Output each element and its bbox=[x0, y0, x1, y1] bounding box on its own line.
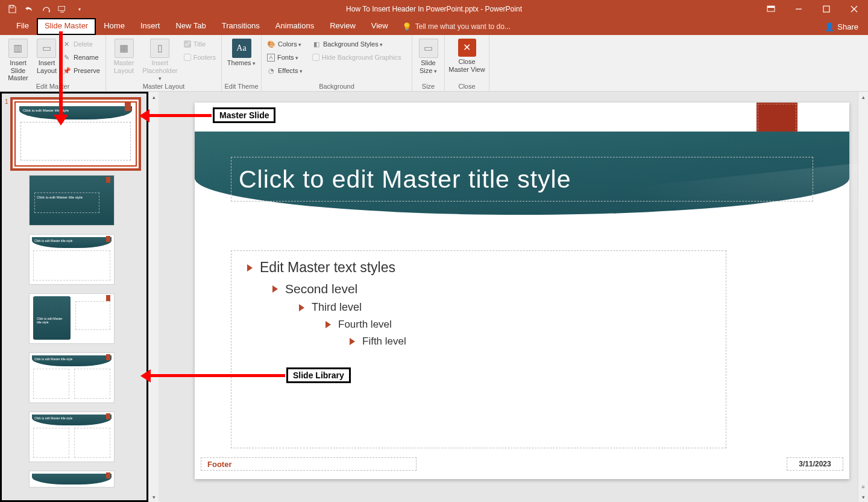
slide-editor: ‹#› Click to edit Master title style Edi… bbox=[159, 92, 868, 502]
effects-icon: ◔ bbox=[267, 66, 275, 75]
delete-icon: ✕ bbox=[63, 40, 71, 48]
layout-thumbnail[interactable]: Click to edit Master title style bbox=[30, 294, 114, 343]
close-master-view-button[interactable]: ✕ Close Master View bbox=[448, 37, 485, 73]
insert-placeholder-label: Insert Placeholder bbox=[140, 59, 180, 82]
tab-view[interactable]: View bbox=[363, 18, 396, 35]
insert-layout-label: Insert Layout bbox=[35, 59, 58, 74]
fonts-icon: A bbox=[267, 54, 275, 62]
close-master-label: Close Master View bbox=[448, 58, 485, 73]
ribbon-tabs: File Slide Master Home Insert New Tab Tr… bbox=[0, 18, 868, 35]
start-from-beginning-icon[interactable] bbox=[58, 4, 68, 14]
master-slide-thumbnail[interactable]: 1 Click to edit Master title style bbox=[10, 97, 141, 171]
effects-label: Effects bbox=[278, 67, 303, 74]
ribbon-display-options-icon[interactable] bbox=[757, 0, 785, 18]
insert-layout-button[interactable]: ▭ Insert Layout bbox=[35, 37, 58, 74]
tab-transitions[interactable]: Transitions bbox=[214, 18, 268, 35]
annotation-arrow-library bbox=[150, 374, 285, 377]
close-window-button[interactable] bbox=[840, 0, 868, 18]
preserve-icon: 📌 bbox=[63, 66, 71, 75]
colors-button[interactable]: 🎨Colors bbox=[265, 38, 304, 50]
layout-thumb-title: Click to edit Master title style bbox=[34, 416, 72, 420]
master-layout-button: ▦ Master Layout bbox=[110, 37, 138, 74]
scroll-down-icon[interactable]: ▾ bbox=[858, 492, 868, 502]
close-master-icon: ✕ bbox=[458, 39, 476, 57]
layout-thumbnail[interactable]: Click to edit Master title style bbox=[30, 353, 114, 402]
tab-insert[interactable]: Insert bbox=[133, 18, 168, 35]
preserve-label: Preserve bbox=[74, 67, 100, 74]
window-title: How To Insert Header In PowerPoint.pptx … bbox=[346, 5, 522, 13]
share-label: Share bbox=[837, 22, 858, 31]
tab-review[interactable]: Review bbox=[322, 18, 363, 35]
maximize-button[interactable] bbox=[813, 0, 840, 18]
body-placeholder[interactable]: Edit Master text styles Second level Thi… bbox=[231, 250, 726, 448]
group-background: Background bbox=[262, 82, 412, 91]
master-layout-label: Master Layout bbox=[110, 59, 138, 74]
scroll-down-icon[interactable]: ▾ bbox=[149, 492, 159, 502]
title-checkbox: Title bbox=[182, 38, 218, 50]
fonts-label: Fonts bbox=[277, 54, 298, 61]
tab-slide-master[interactable]: Slide Master bbox=[37, 18, 96, 35]
footers-chk-label: Footers bbox=[193, 54, 216, 61]
annotation-arrow-master bbox=[149, 114, 212, 117]
tab-file[interactable]: File bbox=[8, 18, 37, 35]
tab-home[interactable]: Home bbox=[96, 18, 133, 35]
level2-text: Second level bbox=[285, 282, 357, 296]
layout-thumb-title: Click to edit Master title style bbox=[34, 357, 72, 361]
insert-placeholder-button: ▯ Insert Placeholder bbox=[140, 37, 180, 82]
group-size: Size bbox=[412, 82, 444, 91]
tab-animations[interactable]: Animations bbox=[268, 18, 322, 35]
svg-rect-0 bbox=[10, 5, 13, 8]
svg-rect-5 bbox=[823, 6, 829, 12]
effects-button[interactable]: ◔Effects bbox=[265, 65, 304, 77]
layout-thumbnail[interactable]: Click to edit Master title style bbox=[30, 235, 114, 284]
background-styles-button[interactable]: ◧Background Styles bbox=[310, 38, 403, 50]
redo-icon[interactable] bbox=[41, 4, 51, 14]
title-placeholder-text: Click to edit Master title style bbox=[239, 165, 571, 194]
bg-styles-label: Background Styles bbox=[323, 40, 383, 48]
rename-label: Rename bbox=[74, 54, 99, 61]
undo-icon[interactable] bbox=[24, 4, 34, 14]
fonts-button[interactable]: AFonts bbox=[265, 51, 304, 63]
slide-size-label: Slide Size bbox=[416, 59, 441, 74]
scroll-up-icon[interactable]: ▴ bbox=[149, 92, 159, 102]
bg-styles-icon: ◧ bbox=[312, 40, 321, 48]
colors-icon: 🎨 bbox=[267, 40, 275, 48]
bullet-icon bbox=[272, 285, 278, 293]
level5-text: Fifth level bbox=[362, 335, 406, 348]
quick-access-toolbar: ▾ bbox=[0, 4, 84, 14]
colors-label: Colors bbox=[278, 40, 301, 48]
layout-thumb-title: Click to edit Master title style bbox=[37, 195, 83, 200]
master-slide-canvas[interactable]: ‹#› Click to edit Master title style Edi… bbox=[195, 103, 849, 479]
title-placeholder[interactable]: Click to edit Master title style bbox=[231, 157, 813, 202]
save-icon[interactable] bbox=[7, 4, 17, 14]
preserve-button[interactable]: 📌Preserve bbox=[61, 65, 102, 77]
themes-button[interactable]: Aa Themes bbox=[225, 37, 257, 67]
annotation-arrow-down bbox=[59, 31, 63, 116]
annotation-label-library: Slide Library bbox=[286, 367, 351, 383]
slide-master-icon: ▥ bbox=[8, 39, 28, 58]
thumbnail-scrollbar[interactable]: ▴ ▾ bbox=[148, 92, 159, 502]
footer-text: Footer bbox=[207, 460, 231, 469]
layout-thumbnail[interactable]: Click to edit Master title style bbox=[30, 176, 114, 225]
tell-me-search[interactable]: 💡 Tell me what you want to do... bbox=[396, 18, 511, 35]
delete-label: Delete bbox=[74, 40, 93, 48]
group-edit-theme: Edit Theme bbox=[222, 82, 261, 91]
share-button[interactable]: 👤 Share bbox=[815, 18, 868, 35]
layout-thumbnail[interactable] bbox=[30, 471, 114, 487]
rename-button[interactable]: ✎Rename bbox=[61, 51, 102, 63]
scroll-split-icon[interactable]: ≡ bbox=[858, 481, 868, 492]
qat-customize-icon[interactable]: ▾ bbox=[75, 4, 84, 14]
delete-button[interactable]: ✕Delete bbox=[61, 38, 102, 50]
footer-placeholder[interactable]: Footer bbox=[201, 457, 417, 471]
lightbulb-icon: 💡 bbox=[402, 22, 412, 31]
themes-label: Themes bbox=[227, 59, 256, 67]
bullet-icon bbox=[326, 321, 331, 328]
scroll-up-icon[interactable]: ▴ bbox=[858, 92, 868, 102]
slide-size-button[interactable]: ▭ Slide Size bbox=[416, 37, 441, 74]
layout-thumbnail[interactable]: Click to edit Master title style bbox=[30, 412, 114, 462]
insert-slide-master-button[interactable]: ▥ Insert Slide Master bbox=[4, 37, 33, 82]
date-placeholder[interactable]: 3/11/2023 bbox=[787, 457, 843, 471]
minimize-button[interactable] bbox=[785, 0, 813, 18]
editor-scrollbar[interactable]: ▴ ▾ ≡ bbox=[858, 92, 868, 502]
tab-new-tab[interactable]: New Tab bbox=[168, 18, 213, 35]
